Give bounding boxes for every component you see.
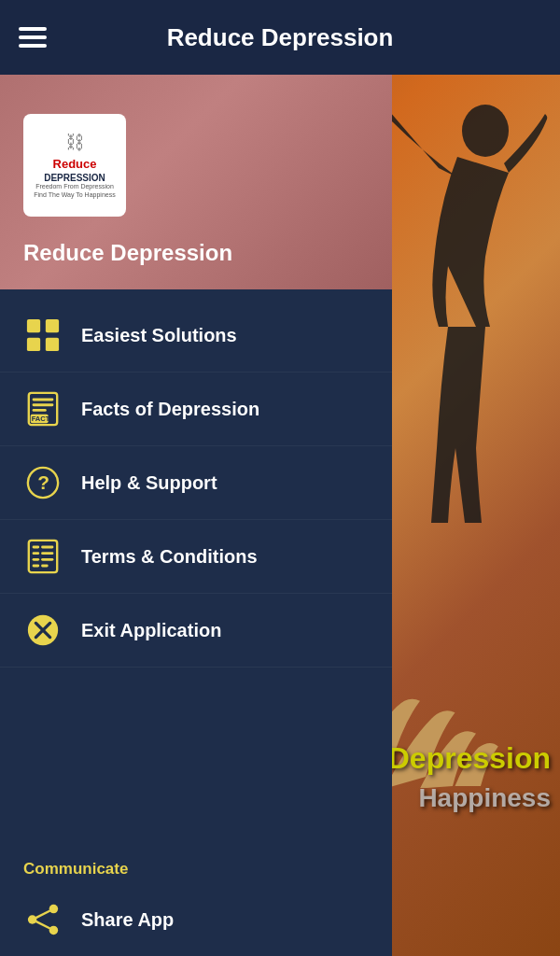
app-logo: ⛓ Reduce DEPRESSION Freedom From Depress… <box>23 114 126 217</box>
app-header: Reduce Depression <box>0 0 560 75</box>
menu-label-easiest-solutions: Easiest Solutions <box>81 325 237 346</box>
svg-rect-17 <box>41 552 53 555</box>
exit-icon <box>23 611 63 650</box>
menu-item-exit-application[interactable]: Exit Application <box>0 594 392 668</box>
logo-subtitle-1: Freedom From Depression <box>35 183 114 190</box>
svg-rect-15 <box>41 546 53 549</box>
menu-label-help-support: Help & Support <box>81 472 217 494</box>
menu-item-help-support[interactable]: ? Help & Support <box>0 446 392 520</box>
svg-rect-20 <box>33 565 40 568</box>
svg-rect-14 <box>33 546 40 549</box>
svg-rect-4 <box>46 338 59 351</box>
hamburger-menu-button[interactable] <box>19 27 47 48</box>
svg-line-28 <box>35 911 49 919</box>
fact-icon: FACT <box>23 389 63 429</box>
svg-rect-16 <box>33 552 40 555</box>
profile-section: ⛓ Reduce DEPRESSION Freedom From Depress… <box>0 75 392 289</box>
svg-point-25 <box>49 905 59 914</box>
main-container: Depression Happiness ⛓ Reduce DEPRESSION… <box>0 75 560 956</box>
svg-text:FACT: FACT <box>32 415 50 423</box>
svg-rect-19 <box>41 558 53 561</box>
menu-item-easiest-solutions[interactable]: Easiest Solutions <box>0 299 392 373</box>
navigation-drawer: ⛓ Reduce DEPRESSION Freedom From Depress… <box>0 75 392 956</box>
bg-text: Depression Happiness <box>388 738 551 816</box>
svg-rect-6 <box>33 399 54 401</box>
terms-icon <box>23 537 63 576</box>
logo-title-red: Reduce <box>53 157 97 171</box>
share-icon <box>23 900 63 939</box>
svg-text:?: ? <box>37 471 49 493</box>
svg-rect-13 <box>29 541 57 572</box>
communicate-label: Communicate <box>23 860 369 879</box>
menu-label-facts-of-depression: Facts of Depression <box>81 399 259 420</box>
svg-rect-3 <box>27 338 40 351</box>
logo-subtitle-2: Find The Way To Happiness <box>34 191 115 199</box>
svg-rect-18 <box>33 558 40 561</box>
communicate-section: Communicate Share App <box>0 846 392 956</box>
bg-text-line2: Happiness <box>388 780 551 816</box>
svg-point-27 <box>28 915 36 924</box>
svg-rect-1 <box>27 319 40 332</box>
grid-icon <box>23 316 63 355</box>
header-title: Reduce Depression <box>65 23 495 52</box>
menu-list: Easiest Solutions FACT Facts of Depressi <box>0 289 392 846</box>
share-app-button[interactable]: Share App <box>23 883 369 956</box>
svg-rect-2 <box>46 319 59 332</box>
menu-label-terms-conditions: Terms & Conditions <box>81 546 258 568</box>
menu-item-terms-conditions[interactable]: Terms & Conditions <box>0 520 392 594</box>
bg-text-line1: Depression <box>388 738 551 780</box>
help-icon: ? <box>23 463 63 502</box>
svg-point-26 <box>49 926 59 935</box>
svg-rect-8 <box>33 409 47 412</box>
silhouette-figure <box>364 93 551 560</box>
svg-rect-7 <box>33 403 54 406</box>
svg-line-29 <box>35 921 49 929</box>
svg-point-0 <box>462 105 509 157</box>
logo-title-main: DEPRESSION <box>44 173 105 183</box>
share-app-label: Share App <box>81 909 174 931</box>
menu-label-exit-application: Exit Application <box>81 620 221 641</box>
svg-rect-21 <box>41 565 49 568</box>
menu-item-facts-of-depression[interactable]: FACT Facts of Depression <box>0 373 392 446</box>
profile-app-name: Reduce Depression <box>23 240 369 266</box>
